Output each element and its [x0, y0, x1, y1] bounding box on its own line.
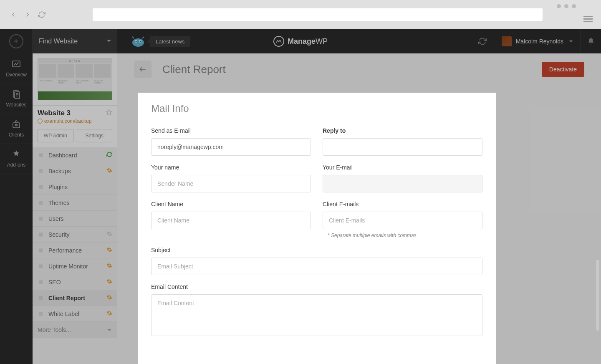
- sidebar-item-performance[interactable]: Performance: [33, 243, 117, 258]
- site-thumbnail[interactable]: SITES HELLO WORLDGRANDMAS SECRETLITTLE K…: [38, 58, 112, 100]
- gear-icon[interactable]: [106, 231, 112, 238]
- sidebar: SITES HELLO WORLDGRANDMAS SECRETLITTLE K…: [33, 53, 117, 364]
- nav-websites[interactable]: Websites: [0, 83, 33, 114]
- menu-item-icon: [38, 231, 44, 238]
- plus-icon: +: [9, 34, 23, 48]
- svg-marker-14: [106, 109, 111, 115]
- page-title: Client Report: [162, 63, 226, 76]
- section-title: Mail Info: [151, 103, 482, 114]
- your-email-input: [323, 175, 482, 192]
- refresh-button[interactable]: [471, 29, 494, 53]
- your-name-input[interactable]: [151, 175, 311, 192]
- gear-icon[interactable]: [106, 167, 112, 174]
- site-preview: SITES HELLO WORLDGRANDMAS SECRETLITTLE K…: [33, 53, 117, 106]
- more-tools-label: More Tools...: [38, 326, 71, 333]
- menu-item-icon: [38, 200, 44, 206]
- settings-button[interactable]: Settings: [77, 129, 113, 142]
- find-website-dropdown[interactable]: Find Website: [33, 29, 117, 53]
- svg-rect-20: [39, 233, 43, 236]
- user-name: Malcolm Reynolds: [516, 38, 563, 45]
- client-emails-input[interactable]: [323, 212, 482, 229]
- gear-icon[interactable]: [106, 278, 112, 286]
- sidebar-item-themes[interactable]: Themes: [33, 195, 117, 211]
- subject-input[interactable]: [151, 258, 482, 275]
- divider: [151, 118, 482, 118]
- window-dot[interactable]: [564, 4, 568, 8]
- wp-admin-button[interactable]: WP Admin: [38, 129, 73, 142]
- email-content-textarea[interactable]: [151, 294, 482, 336]
- site-url[interactable]: example.com/backup: [38, 118, 112, 124]
- menu-item-label: Security: [48, 231, 70, 238]
- menu-item-icon: [38, 184, 44, 190]
- svg-rect-16: [39, 169, 43, 173]
- chevron-down-icon: [107, 40, 111, 42]
- browser-forward-button[interactable]: [23, 10, 33, 20]
- svg-rect-15: [39, 153, 43, 157]
- svg-rect-11: [13, 123, 20, 128]
- more-tools-dropdown[interactable]: More Tools...: [33, 322, 117, 338]
- chevron-down-icon: [107, 329, 111, 331]
- window-dot[interactable]: [557, 4, 561, 8]
- sidebar-item-security[interactable]: Security: [33, 227, 117, 243]
- sidebar-menu: DashboardBackupsPluginsThemesUsersSecuri…: [33, 147, 117, 322]
- svg-rect-19: [39, 217, 43, 220]
- deactivate-button[interactable]: Deactivate: [542, 62, 584, 77]
- back-button[interactable]: [134, 61, 152, 78]
- mail-info-card: Mail Info Send as E-mail Reply to Your n…: [138, 93, 496, 364]
- find-website-label: Find Website: [39, 38, 78, 45]
- client-name-input[interactable]: [151, 212, 311, 229]
- sidebar-item-dashboard[interactable]: Dashboard: [33, 147, 117, 163]
- sidebar-item-white-label[interactable]: White Label: [33, 306, 117, 322]
- client-emails-label: Client E-mails: [323, 201, 482, 207]
- sidebar-item-client-report[interactable]: Client Report: [33, 290, 117, 306]
- left-nav: Overview Websites Clients Add-ons: [0, 53, 33, 364]
- sidebar-item-seo[interactable]: SEO: [33, 274, 117, 290]
- send-as-email-input[interactable]: [151, 138, 311, 156]
- sidebar-item-plugins[interactable]: Plugins: [33, 179, 117, 195]
- svg-rect-7: [15, 92, 20, 99]
- browser-back-button[interactable]: [8, 10, 18, 20]
- menu-item-label: Uptime Monitor: [48, 263, 88, 270]
- sidebar-item-users[interactable]: Users: [33, 211, 117, 227]
- browser-url-bar[interactable]: [93, 8, 543, 21]
- menu-item-icon: [38, 263, 44, 270]
- send-as-email-label: Send as E-mail: [151, 127, 311, 134]
- scrollbar-thumb[interactable]: [596, 260, 599, 331]
- add-website-button[interactable]: +: [0, 29, 33, 53]
- your-email-label: Your E-mail: [323, 164, 482, 171]
- svg-rect-25: [39, 312, 43, 316]
- gear-icon[interactable]: [106, 247, 112, 254]
- reply-to-input[interactable]: [323, 138, 482, 156]
- notifications-button[interactable]: [580, 29, 601, 53]
- avatar: [502, 36, 512, 46]
- user-menu[interactable]: Malcolm Reynolds: [494, 29, 580, 53]
- refresh-icon: [106, 152, 112, 159]
- gear-icon[interactable]: [106, 310, 112, 317]
- page-header: Client Report Deactivate: [117, 53, 601, 85]
- menu-item-label: Client Report: [48, 295, 85, 301]
- gear-icon[interactable]: [106, 294, 112, 301]
- client-name-label: Client Name: [151, 201, 311, 207]
- nav-clients[interactable]: Clients: [0, 114, 33, 144]
- menu-item-icon: [38, 168, 44, 174]
- menu-item-icon: [38, 152, 44, 159]
- favorite-star-icon[interactable]: [106, 109, 112, 117]
- brand-name-light: WP: [316, 37, 328, 46]
- your-name-label: Your name: [151, 164, 311, 171]
- svg-rect-18: [39, 201, 43, 205]
- latest-news-badge[interactable]: Latest news: [150, 36, 190, 47]
- nav-addons[interactable]: Add-ons: [0, 144, 33, 174]
- site-info: Website 3 example.com/backup WP Admin Se…: [33, 106, 117, 147]
- window-dot[interactable]: [572, 4, 576, 8]
- browser-menu-button[interactable]: [583, 15, 593, 23]
- brand-logo: ManageWP: [273, 36, 328, 47]
- menu-item-label: Dashboard: [48, 152, 77, 159]
- menu-item-icon: [38, 295, 44, 301]
- browser-reload-button[interactable]: [37, 10, 47, 20]
- sidebar-item-uptime-monitor[interactable]: Uptime Monitor: [33, 258, 117, 274]
- svg-point-0: [132, 38, 144, 47]
- nav-overview[interactable]: Overview: [0, 53, 33, 83]
- gear-icon[interactable]: [106, 263, 112, 270]
- menu-item-label: Backups: [48, 168, 71, 174]
- sidebar-item-backups[interactable]: Backups: [33, 163, 117, 179]
